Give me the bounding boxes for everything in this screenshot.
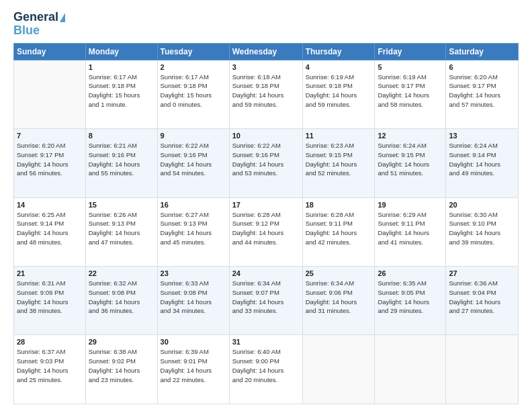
day-info: Sunrise: 6:26 AM Sunset: 9:13 PM Dayligh… bbox=[89, 210, 154, 247]
day-info: Sunrise: 6:28 AM Sunset: 9:12 PM Dayligh… bbox=[232, 210, 300, 247]
calendar-table: SundayMondayTuesdayWednesdayThursdayFrid… bbox=[13, 43, 519, 404]
day-number: 18 bbox=[306, 201, 372, 209]
calendar-cell: 17Sunrise: 6:28 AM Sunset: 9:12 PM Dayli… bbox=[229, 197, 302, 266]
day-number: 19 bbox=[378, 201, 443, 209]
calendar-cell: 18Sunrise: 6:28 AM Sunset: 9:11 PM Dayli… bbox=[302, 197, 375, 266]
day-info: Sunrise: 6:18 AM Sunset: 9:18 PM Dayligh… bbox=[232, 73, 300, 109]
day-info: Sunrise: 6:19 AM Sunset: 9:18 PM Dayligh… bbox=[306, 73, 372, 109]
calendar-cell: 26Sunrise: 6:35 AM Sunset: 9:05 PM Dayli… bbox=[375, 267, 446, 335]
calendar-cell: 14Sunrise: 6:25 AM Sunset: 9:14 PM Dayli… bbox=[14, 197, 86, 266]
day-number: 6 bbox=[449, 63, 515, 71]
day-info: Sunrise: 6:20 AM Sunset: 9:17 PM Dayligh… bbox=[449, 73, 515, 109]
day-info: Sunrise: 6:35 AM Sunset: 9:05 PM Dayligh… bbox=[378, 279, 443, 316]
weekday-header-monday: Monday bbox=[85, 43, 157, 60]
calendar-cell: 29Sunrise: 6:38 AM Sunset: 9:02 PM Dayli… bbox=[85, 335, 157, 404]
calendar-cell: 31Sunrise: 6:40 AM Sunset: 9:00 PM Dayli… bbox=[229, 335, 302, 404]
day-number: 1 bbox=[89, 63, 154, 71]
day-number: 9 bbox=[161, 132, 226, 140]
calendar-cell: 20Sunrise: 6:30 AM Sunset: 9:10 PM Dayli… bbox=[446, 197, 519, 266]
logo-text-blue: Blue bbox=[13, 24, 40, 38]
day-number: 22 bbox=[89, 269, 154, 277]
logo-text-general: General bbox=[13, 11, 58, 24]
calendar-cell: 23Sunrise: 6:33 AM Sunset: 9:08 PM Dayli… bbox=[157, 267, 229, 335]
day-number: 21 bbox=[17, 269, 83, 277]
calendar-cell: 4Sunrise: 6:19 AM Sunset: 9:18 PM Daylig… bbox=[302, 60, 375, 128]
day-number: 8 bbox=[89, 132, 154, 140]
day-number: 16 bbox=[161, 201, 226, 209]
calendar-cell: 5Sunrise: 6:19 AM Sunset: 9:17 PM Daylig… bbox=[375, 60, 446, 128]
day-info: Sunrise: 6:40 AM Sunset: 9:00 PM Dayligh… bbox=[232, 347, 300, 384]
day-number: 10 bbox=[232, 132, 300, 140]
calendar-cell: 3Sunrise: 6:18 AM Sunset: 9:18 PM Daylig… bbox=[229, 60, 302, 128]
day-info: Sunrise: 6:19 AM Sunset: 9:17 PM Dayligh… bbox=[378, 73, 443, 109]
calendar-week-row: 14Sunrise: 6:25 AM Sunset: 9:14 PM Dayli… bbox=[14, 197, 519, 266]
weekday-header-tuesday: Tuesday bbox=[157, 43, 229, 60]
day-info: Sunrise: 6:27 AM Sunset: 9:13 PM Dayligh… bbox=[161, 210, 226, 247]
page: General Blue SundayMondayTuesdayWednesda… bbox=[0, 0, 532, 411]
calendar-cell: 6Sunrise: 6:20 AM Sunset: 9:17 PM Daylig… bbox=[446, 60, 519, 128]
day-info: Sunrise: 6:37 AM Sunset: 9:03 PM Dayligh… bbox=[17, 347, 83, 384]
day-info: Sunrise: 6:22 AM Sunset: 9:16 PM Dayligh… bbox=[161, 141, 226, 178]
day-info: Sunrise: 6:33 AM Sunset: 9:08 PM Dayligh… bbox=[161, 279, 226, 316]
calendar-cell: 2Sunrise: 6:17 AM Sunset: 9:18 PM Daylig… bbox=[157, 60, 229, 128]
day-info: Sunrise: 6:17 AM Sunset: 9:18 PM Dayligh… bbox=[89, 73, 154, 109]
day-number: 17 bbox=[232, 201, 300, 209]
calendar-week-row: 1Sunrise: 6:17 AM Sunset: 9:18 PM Daylig… bbox=[14, 60, 519, 128]
day-number: 3 bbox=[232, 63, 300, 71]
day-info: Sunrise: 6:24 AM Sunset: 9:15 PM Dayligh… bbox=[378, 141, 443, 178]
weekday-header-sunday: Sunday bbox=[14, 43, 86, 60]
calendar-cell: 7Sunrise: 6:20 AM Sunset: 9:17 PM Daylig… bbox=[14, 129, 86, 197]
calendar-cell: 8Sunrise: 6:21 AM Sunset: 9:16 PM Daylig… bbox=[85, 129, 157, 197]
day-number: 2 bbox=[161, 63, 226, 71]
day-number: 11 bbox=[306, 132, 372, 140]
calendar-week-row: 21Sunrise: 6:31 AM Sunset: 9:09 PM Dayli… bbox=[14, 267, 519, 335]
day-info: Sunrise: 6:20 AM Sunset: 9:17 PM Dayligh… bbox=[17, 141, 83, 178]
calendar-cell: 27Sunrise: 6:36 AM Sunset: 9:04 PM Dayli… bbox=[446, 267, 519, 335]
day-info: Sunrise: 6:28 AM Sunset: 9:11 PM Dayligh… bbox=[306, 210, 372, 247]
day-number: 20 bbox=[449, 201, 515, 209]
day-number: 7 bbox=[17, 132, 83, 140]
calendar-cell: 22Sunrise: 6:32 AM Sunset: 9:08 PM Dayli… bbox=[85, 267, 157, 335]
calendar-cell: 19Sunrise: 6:29 AM Sunset: 9:11 PM Dayli… bbox=[375, 197, 446, 266]
weekday-header-row: SundayMondayTuesdayWednesdayThursdayFrid… bbox=[14, 43, 519, 60]
header: General Blue bbox=[13, 11, 519, 38]
calendar-cell bbox=[375, 335, 446, 404]
day-number: 29 bbox=[89, 338, 154, 346]
calendar-cell: 15Sunrise: 6:26 AM Sunset: 9:13 PM Dayli… bbox=[85, 197, 157, 266]
day-number: 4 bbox=[306, 63, 372, 71]
day-info: Sunrise: 6:32 AM Sunset: 9:08 PM Dayligh… bbox=[89, 279, 154, 316]
calendar-cell: 30Sunrise: 6:39 AM Sunset: 9:01 PM Dayli… bbox=[157, 335, 229, 404]
day-number: 14 bbox=[17, 201, 83, 209]
weekday-header-friday: Friday bbox=[375, 43, 446, 60]
weekday-header-thursday: Thursday bbox=[302, 43, 375, 60]
calendar-week-row: 7Sunrise: 6:20 AM Sunset: 9:17 PM Daylig… bbox=[14, 129, 519, 197]
calendar-cell bbox=[14, 60, 86, 128]
day-info: Sunrise: 6:22 AM Sunset: 9:16 PM Dayligh… bbox=[232, 141, 300, 178]
logo-triangle-icon bbox=[60, 13, 65, 22]
day-info: Sunrise: 6:38 AM Sunset: 9:02 PM Dayligh… bbox=[89, 347, 154, 384]
day-number: 23 bbox=[161, 269, 226, 277]
calendar-week-row: 28Sunrise: 6:37 AM Sunset: 9:03 PM Dayli… bbox=[14, 335, 519, 404]
calendar-cell: 24Sunrise: 6:34 AM Sunset: 9:07 PM Dayli… bbox=[229, 267, 302, 335]
day-info: Sunrise: 6:39 AM Sunset: 9:01 PM Dayligh… bbox=[161, 347, 226, 384]
day-number: 24 bbox=[232, 269, 300, 277]
calendar-cell bbox=[302, 335, 375, 404]
day-number: 12 bbox=[378, 132, 443, 140]
day-number: 31 bbox=[232, 338, 300, 346]
calendar-cell: 25Sunrise: 6:34 AM Sunset: 9:06 PM Dayli… bbox=[302, 267, 375, 335]
day-number: 13 bbox=[449, 132, 515, 140]
day-info: Sunrise: 6:34 AM Sunset: 9:06 PM Dayligh… bbox=[306, 279, 372, 316]
day-number: 25 bbox=[306, 269, 372, 277]
day-info: Sunrise: 6:23 AM Sunset: 9:15 PM Dayligh… bbox=[306, 141, 372, 178]
day-info: Sunrise: 6:31 AM Sunset: 9:09 PM Dayligh… bbox=[17, 279, 83, 316]
calendar-cell: 16Sunrise: 6:27 AM Sunset: 9:13 PM Dayli… bbox=[157, 197, 229, 266]
day-number: 15 bbox=[89, 201, 154, 209]
logo: General Blue bbox=[13, 11, 65, 38]
day-info: Sunrise: 6:21 AM Sunset: 9:16 PM Dayligh… bbox=[89, 141, 154, 178]
day-info: Sunrise: 6:24 AM Sunset: 9:14 PM Dayligh… bbox=[449, 141, 515, 178]
calendar-cell: 12Sunrise: 6:24 AM Sunset: 9:15 PM Dayli… bbox=[375, 129, 446, 197]
weekday-header-saturday: Saturday bbox=[446, 43, 519, 60]
day-number: 5 bbox=[378, 63, 443, 71]
day-number: 26 bbox=[378, 269, 443, 277]
day-info: Sunrise: 6:25 AM Sunset: 9:14 PM Dayligh… bbox=[17, 210, 83, 247]
